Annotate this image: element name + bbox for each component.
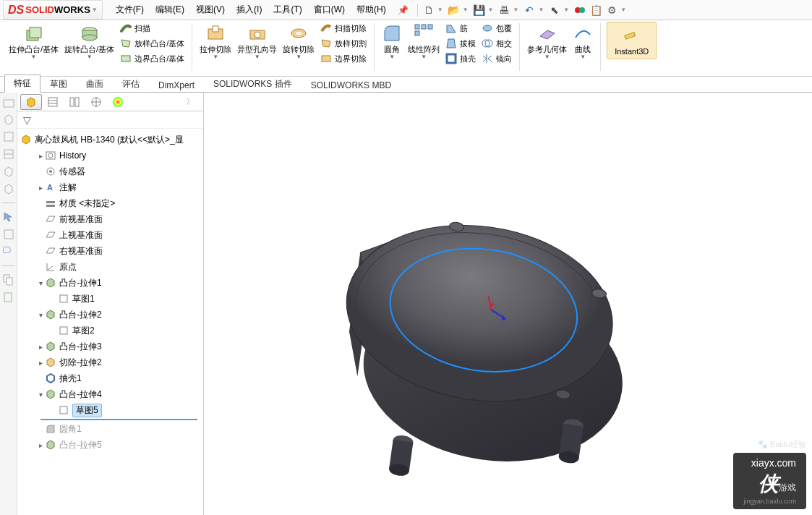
chevron-down-icon[interactable]: ▼ [437, 7, 443, 13]
assembly-icon[interactable] [2, 95, 15, 108]
expand-icon[interactable]: ▾ [36, 279, 45, 287]
chevron-down-icon[interactable]: ▼ [538, 7, 544, 13]
tree-item[interactable]: ▸凸台-拉伸3 [17, 339, 203, 354]
print-icon[interactable]: 🖶 [498, 4, 510, 16]
hole-wizard-button[interactable]: 异型孔向导▼ [236, 22, 278, 65]
boundary-button[interactable]: 边界凸台/基体 [119, 52, 186, 65]
tree-tab-display[interactable] [107, 94, 129, 110]
expand-icon[interactable]: ▸ [36, 359, 45, 367]
curve-button[interactable]: 曲线▼ [571, 22, 594, 61]
rebuild-icon[interactable] [574, 4, 586, 16]
tab-surfaces[interactable]: 曲面 [77, 75, 113, 93]
expand-icon[interactable]: ▾ [36, 391, 45, 399]
tree-item[interactable]: ▾凸台-拉伸1 [17, 275, 203, 291]
tree-root[interactable]: 离心鼓风机 HB-1340 (默认<<默认>_显 [17, 132, 203, 148]
rollback-bar[interactable] [40, 419, 197, 420]
tree-item[interactable]: 原点 [17, 259, 203, 275]
tree-tab-dimxpert[interactable] [85, 94, 107, 110]
tree-item[interactable]: 传感器 [17, 163, 203, 179]
tree-item[interactable]: 材质 <未指定> [17, 195, 203, 211]
logo[interactable]: DS SOLIDWORKS ▼ [3, 0, 103, 20]
expand-icon[interactable]: ▸ [36, 441, 45, 449]
expand-icon[interactable]: ▾ [36, 311, 45, 319]
sweep-cut-button[interactable]: 扫描切除 [319, 22, 368, 35]
tree-item[interactable]: 上视基准面 [17, 227, 203, 243]
wrap-button[interactable]: 包覆 [480, 22, 513, 35]
intersect-button[interactable]: 相交 [480, 37, 513, 50]
settings-icon[interactable]: ⚙ [606, 4, 617, 16]
menu-file[interactable]: 文件(F) [110, 0, 150, 20]
loft-button[interactable]: 放样凸台/基体 [119, 37, 186, 50]
pattern-button[interactable]: 线性阵列▼ [406, 22, 441, 65]
display-tool-icon[interactable]: 🖵 [2, 245, 15, 258]
filter-icon[interactable]: ▽ [23, 114, 31, 126]
cube1-icon[interactable] [2, 165, 15, 178]
boundary-cut-button[interactable]: 边界切除 [319, 52, 368, 65]
save-icon[interactable]: 💾 [474, 4, 485, 16]
expand-icon[interactable]: ▸ [36, 343, 45, 351]
chevron-down-icon[interactable]: ▼ [463, 7, 469, 13]
draft-button[interactable]: 拔模 [444, 37, 477, 50]
new-icon[interactable]: 🗋 [423, 4, 435, 16]
menu-tools[interactable]: 工具(T) [268, 0, 307, 20]
tree-expand-icon[interactable]: 〉 [180, 95, 200, 108]
sweep-button[interactable]: 扫描 [119, 22, 186, 35]
menu-insert[interactable]: 插入(I) [231, 0, 268, 20]
expand-icon[interactable]: ▸ [36, 152, 45, 160]
tree-item[interactable]: ▸History [17, 148, 203, 163]
tree-item[interactable]: ▸凸台-拉伸5 [17, 437, 203, 453]
tree-tab-config[interactable] [64, 94, 85, 110]
select-icon[interactable]: ⬉ [549, 4, 560, 16]
menu-view[interactable]: 视图(V) [190, 0, 231, 20]
expand-icon[interactable]: ▸ [36, 184, 45, 192]
open-icon[interactable]: 📂 [448, 4, 460, 16]
chevron-down-icon[interactable]: ▼ [563, 7, 569, 13]
chevron-down-icon[interactable]: ▼ [513, 7, 518, 13]
options-icon[interactable]: 📋 [590, 4, 602, 16]
cube2-icon[interactable] [2, 182, 15, 195]
pin-icon[interactable]: 📌 [398, 5, 409, 15]
tab-addins[interactable]: SOLIDWORKS 插件 [204, 75, 302, 93]
tab-dimxpert[interactable]: DimXpert [149, 77, 204, 93]
paste-icon[interactable] [2, 291, 15, 304]
menu-window[interactable]: 窗口(W) [308, 0, 351, 20]
tab-sketch[interactable]: 草图 [40, 75, 77, 93]
menu-edit[interactable]: 编辑(E) [150, 0, 190, 20]
revolve-boss-button[interactable]: 旋转凸台/基体▼ [63, 22, 116, 65]
tree-item[interactable]: 草图1 [17, 291, 203, 307]
refgeo-button[interactable]: 参考几何体▼ [526, 22, 568, 61]
copy-icon[interactable] [2, 273, 15, 286]
revolve-cut-button[interactable]: 旋转切除▼ [281, 22, 316, 65]
tree-item[interactable]: 右视基准面 [17, 243, 203, 259]
draw-icon[interactable] [2, 130, 15, 143]
loft-cut-button[interactable]: 放样切割 [319, 37, 368, 50]
extrude-cut-button[interactable]: 拉伸切除▼ [198, 22, 233, 65]
lib-icon[interactable] [2, 148, 15, 161]
tree-tab-property[interactable] [42, 94, 64, 110]
tab-mbd[interactable]: SOLIDWORKS MBD [302, 77, 401, 93]
undo-icon[interactable]: ↶ [523, 4, 535, 16]
tab-features[interactable]: 特征 [4, 75, 40, 93]
rib-button[interactable]: 筋 [444, 22, 477, 35]
fillet-button[interactable]: 圆角▼ [380, 22, 403, 65]
shell-button[interactable]: 抽壳 [444, 52, 477, 65]
tab-evaluate[interactable]: 评估 [113, 75, 149, 93]
part-icon[interactable] [2, 113, 15, 126]
select-tool-icon[interactable] [2, 210, 15, 224]
tree-item[interactable]: 草图2 [17, 323, 203, 339]
chevron-down-icon[interactable]: ▼ [620, 7, 626, 13]
mirror-button[interactable]: 镜向 [480, 52, 513, 65]
tree-tab-feature[interactable] [20, 94, 42, 110]
menu-help[interactable]: 帮助(H) [351, 0, 392, 20]
tree-item[interactable]: 前视基准面 [17, 211, 203, 227]
instant3d-button[interactable]: Instant3D [607, 22, 657, 59]
feature-tree[interactable]: 离心鼓风机 HB-1340 (默认<<默认>_显 ▸History传感器▸A注解… [17, 129, 203, 515]
chevron-down-icon[interactable]: ▼ [488, 7, 494, 13]
tree-item[interactable]: 抽壳1 [17, 370, 203, 386]
extrude-boss-button[interactable]: 拉伸凸台/基体▼ [7, 22, 60, 65]
tree-item[interactable]: ▾凸台-拉伸2 [17, 307, 203, 323]
tree-item[interactable]: 圆角1 [17, 421, 203, 437]
tree-item[interactable]: ▸切除-拉伸2 [17, 354, 203, 370]
3d-viewport[interactable]: + 🐾 Baidu经验 xiayx.com 侠游戏 jingyan.baidu.… [204, 93, 812, 515]
tree-item[interactable]: ▸A注解 [17, 179, 203, 195]
